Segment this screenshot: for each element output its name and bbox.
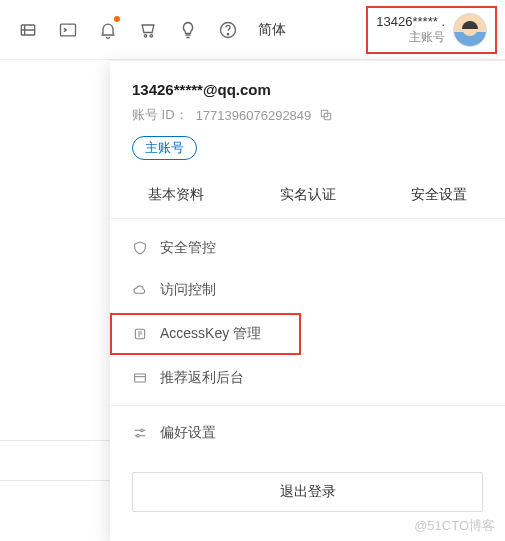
referral-icon: [132, 370, 148, 386]
svg-point-10: [141, 429, 144, 432]
svg-point-5: [227, 33, 228, 34]
profile-tabs: 基本资料 实名认证 安全设置: [110, 172, 505, 219]
sliders-icon: [132, 425, 148, 441]
key-icon: [132, 326, 148, 342]
divider: [110, 405, 505, 406]
cloud-icon: [132, 282, 148, 298]
menu-label: 安全管控: [160, 239, 216, 257]
svg-point-3: [150, 34, 153, 37]
menu-preferences[interactable]: 偏好设置: [110, 412, 505, 454]
account-id-row: 账号 ID： 1771396076292849: [132, 106, 483, 124]
account-type-label: 主账号: [376, 29, 445, 46]
svg-point-2: [144, 34, 147, 37]
divider: [0, 440, 110, 441]
shield-icon: [132, 240, 148, 256]
account-id-label: 账号 ID：: [132, 106, 188, 124]
menu-label: AccessKey 管理: [160, 325, 261, 343]
menu-label: 偏好设置: [160, 424, 216, 442]
menu-label: 访问控制: [160, 281, 216, 299]
menu-access-control[interactable]: 访问控制: [110, 269, 505, 311]
top-toolbar: 简体 13426***** . 主账号: [0, 0, 505, 60]
tab-security-settings[interactable]: 安全设置: [373, 172, 505, 218]
terminal-icon[interactable]: [48, 10, 88, 50]
account-dropdown: 13426*****@qq.com 账号 ID： 177139607629284…: [110, 60, 505, 541]
copy-icon[interactable]: [319, 108, 333, 122]
help-icon[interactable]: [208, 10, 248, 50]
avatar: [453, 13, 487, 47]
menu-referral[interactable]: 推荐返利后台: [110, 357, 505, 399]
account-name: 13426***** .: [376, 14, 445, 29]
account-email: 13426*****@qq.com: [132, 81, 483, 98]
svg-rect-1: [61, 24, 76, 36]
logout-button[interactable]: 退出登录: [132, 472, 483, 512]
language-switcher[interactable]: 简体: [252, 21, 292, 39]
menu-security-control[interactable]: 安全管控: [110, 227, 505, 269]
cart-icon[interactable]: [128, 10, 168, 50]
app-switcher-icon[interactable]: [8, 10, 48, 50]
tab-verification[interactable]: 实名认证: [242, 172, 374, 218]
watermark: @51CTO博客: [414, 517, 495, 535]
notification-bell-icon[interactable]: [88, 10, 128, 50]
account-id-value: 1771396076292849: [196, 108, 312, 123]
notification-dot-icon: [114, 16, 120, 22]
tips-icon[interactable]: [168, 10, 208, 50]
svg-point-11: [137, 434, 140, 437]
svg-rect-9: [135, 374, 146, 382]
divider: [0, 480, 110, 481]
account-menu: 安全管控 访问控制 AccessKey 管理 推荐返利后台 偏好设置: [110, 219, 505, 462]
tab-profile[interactable]: 基本资料: [110, 172, 242, 218]
account-type-badge: 主账号: [132, 136, 197, 160]
menu-label: 推荐返利后台: [160, 369, 244, 387]
menu-accesskey-management[interactable]: AccessKey 管理: [110, 313, 301, 355]
account-menu-trigger[interactable]: 13426***** . 主账号: [366, 6, 497, 54]
